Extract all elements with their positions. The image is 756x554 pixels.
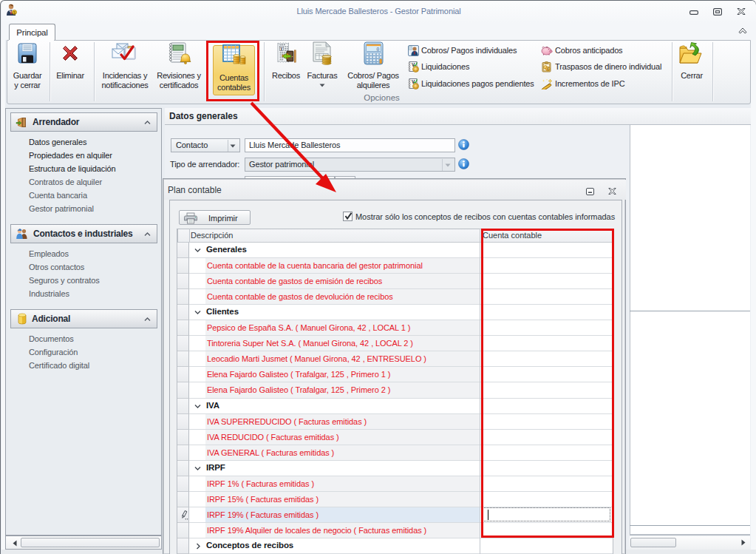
svg-text:0: 0 bbox=[376, 47, 379, 53]
svg-text:T: T bbox=[280, 46, 284, 51]
